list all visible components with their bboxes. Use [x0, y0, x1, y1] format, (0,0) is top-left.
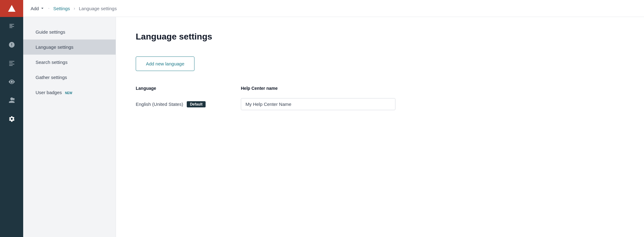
- svg-rect-2: [9, 62, 12, 63]
- svg-marker-0: [8, 5, 15, 12]
- settings-nav-language[interactable]: Language settings: [23, 40, 116, 55]
- svg-point-5: [13, 98, 14, 100]
- sidebar-item-alerts[interactable]: [0, 35, 23, 54]
- col-helpcenter-header: Help Center name: [241, 86, 624, 91]
- table-header: Language Help Center name: [136, 86, 624, 91]
- svg-rect-1: [9, 61, 14, 62]
- breadcrumb-chevron: ›: [74, 6, 75, 11]
- settings-main: Language settings Add new language Langu…: [116, 17, 644, 237]
- breadcrumb-separator-1: ·: [48, 6, 49, 11]
- settings-sidebar: Guide settings Language settings Search …: [23, 17, 116, 237]
- sidebar-item-observe[interactable]: [0, 73, 23, 91]
- language-cell: English (United States) Default: [136, 101, 241, 107]
- content-area: Guide settings Language settings Search …: [23, 17, 644, 237]
- add-label: Add: [31, 6, 39, 11]
- sidebar-nav: [0, 0, 23, 237]
- topbar: Add · Settings › Language settings: [23, 0, 644, 17]
- svg-rect-3: [9, 64, 14, 64]
- sidebar-item-users[interactable]: [0, 91, 23, 110]
- col-language-header: Language: [136, 86, 241, 91]
- default-badge: Default: [187, 101, 206, 107]
- language-name: English (United States): [136, 102, 183, 107]
- table-row: English (United States) Default: [136, 96, 624, 113]
- new-badge: NEW: [65, 91, 72, 95]
- sidebar-item-guide[interactable]: [0, 17, 23, 35]
- settings-nav-search[interactable]: Search settings: [23, 55, 116, 70]
- add-dropdown[interactable]: Add: [31, 6, 45, 11]
- add-language-button[interactable]: Add new language: [136, 56, 194, 71]
- page-title: Language settings: [136, 32, 624, 42]
- sidebar-item-content[interactable]: [0, 54, 23, 73]
- helpcenter-name-input[interactable]: [241, 98, 395, 110]
- svg-rect-4: [9, 65, 12, 66]
- settings-nav-guide[interactable]: Guide settings: [23, 24, 116, 40]
- sidebar-item-settings[interactable]: [0, 110, 23, 128]
- chevron-down-icon: [40, 6, 45, 10]
- helpcenter-cell: [241, 98, 624, 110]
- settings-breadcrumb-link[interactable]: Settings: [53, 6, 70, 11]
- sidebar-nav-items: [0, 17, 23, 237]
- settings-nav-userbadges[interactable]: User badges NEW: [23, 85, 116, 100]
- main-wrapper: Add · Settings › Language settings Guide…: [23, 0, 644, 237]
- current-page-breadcrumb: Language settings: [79, 6, 117, 11]
- settings-nav-gather[interactable]: Gather settings: [23, 70, 116, 85]
- app-logo[interactable]: [0, 0, 23, 17]
